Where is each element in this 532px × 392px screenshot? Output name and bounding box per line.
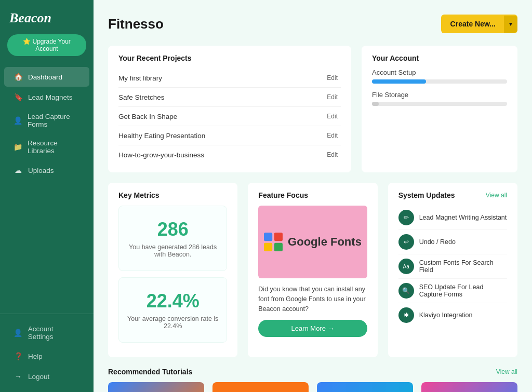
update-label: SEO Update For Lead Capture Forms [419,283,507,298]
update-icon-undo: ↩ [398,234,414,250]
svg-rect-0 [264,233,272,241]
project-name: Healthy Eating Presentation [118,132,205,140]
file-storage-progress-bg [372,102,507,106]
update-label: Undo / Redo [419,238,456,246]
metric-leads-value: 286 [127,219,218,240]
recent-projects-section: Your Recent Projects My first library Ed… [108,46,351,172]
edit-button[interactable]: Edit [324,131,341,140]
edit-button[interactable]: Edit [324,150,341,159]
sidebar-item-label: Uploads [28,167,54,174]
sidebar-item-lead-capture-forms[interactable]: 👤 Lead Capture Forms [4,107,89,133]
list-item: ↩ Undo / Redo [398,230,507,254]
sidebar-item-resource-libraries[interactable]: 📁 Resource Libraries [4,134,89,160]
list-item: 🔍 SEO Update For Lead Capture Forms [398,279,507,303]
account-setup-progress-fill [372,79,426,84]
learn-more-button[interactable]: Learn More → [258,320,367,337]
account-setup-progress-bg [372,79,507,84]
metric-leads-desc: You have generated 286 leads with Beacon… [127,244,218,258]
sidebar-item-account-settings[interactable]: 👤 Account Settings [4,320,89,346]
svg-rect-1 [274,233,283,241]
dashboard-icon: 🏠 [14,72,23,82]
sidebar-item-dashboard[interactable]: 🏠 Dashboard [4,67,89,87]
your-account-section: Your Account Account Setup File Storage [362,46,517,172]
upgrade-button[interactable]: ⭐ Upgrade Your Account [7,34,86,56]
update-icon-writing: ✏ [398,210,414,225]
sidebar: Beacon ⭐ Upgrade Your Account 🏠 Dashboar… [0,0,94,392]
sidebar-item-label: Account Settings [28,325,80,341]
sidebar-item-label: Lead Magnets [28,93,73,101]
project-name: Safe Stretches [118,93,165,101]
tutorials-grid: How To Make A Checklist LEAD MAGNET How … [108,382,517,392]
account-setup-label: Account Setup [372,69,507,76]
table-row: Get Back In Shape Edit [118,107,341,126]
uploads-icon: ☁ [14,166,23,175]
tutorials-section: Recommended Tutorials View all How To Ma… [108,368,517,392]
project-name: Get Back In Shape [118,113,177,120]
main-header: Fitnesso Create New... ▾ [108,15,517,33]
edit-button[interactable]: Edit [324,73,341,83]
metric-card-conversion: 22.4% Your average conversion rate is 22… [118,277,227,343]
sidebar-bottom: 👤 Account Settings ❓ Help → Logout [0,314,94,392]
tutorials-title: Recommended Tutorials [108,368,192,376]
update-icon-seo: 🔍 [398,283,414,299]
update-icon-klaviyo: ✱ [398,307,414,323]
update-label: Custom Fonts For Search Field [419,259,507,274]
metric-conversion-desc: Your average conversion rate is 22.4% [127,315,218,330]
lead-magnets-icon: 🔖 [14,92,23,102]
feature-focus-section: Feature Focus Google Fonts Did you know … [248,183,377,357]
sidebar-item-lead-magnets[interactable]: 🔖 Lead Magnets [4,87,89,107]
account-settings-icon: 👤 [14,328,23,337]
table-row: How-to-grow-your-business Edit [118,145,341,164]
file-storage-label: File Storage [372,91,507,99]
page-title: Fitnesso [108,16,164,32]
update-icon-fonts: Aa [398,259,414,274]
list-item: ✏ Lead Magnet Writing Assistant [398,206,507,230]
svg-rect-2 [264,243,272,251]
list-item[interactable]: HOW TO MAKE A RESOURCE LIBRARY WITHOUT W… [421,382,517,392]
sidebar-item-label: Logout [28,373,49,381]
resource-libraries-icon: 📁 [14,142,22,152]
create-new-button[interactable]: Create New... ▾ [441,15,517,33]
sidebar-nav: 🏠 Dashboard 🔖 Lead Magnets 👤 Lead Captur… [0,66,94,181]
system-updates-title: System Updates [398,191,455,199]
recent-projects-title: Your Recent Projects [118,54,341,62]
top-section: Your Recent Projects My first library Ed… [108,46,517,172]
edit-button[interactable]: Edit [324,92,341,102]
sidebar-item-label: Resource Libraries [28,139,80,155]
system-updates-section: System Updates View all ✏ Lead Magnet Wr… [388,183,517,357]
sidebar-item-help[interactable]: ❓ Help [4,346,89,366]
update-label: Klaviyo Integration [419,312,473,319]
table-row: Healthy Eating Presentation Edit [118,126,341,145]
logout-icon: → [14,372,23,381]
tutorials-header: Recommended Tutorials View all [108,368,517,376]
update-list: ✏ Lead Magnet Writing Assistant ↩ Undo /… [398,206,507,327]
edit-button[interactable]: Edit [324,112,341,121]
sidebar-item-label: Help [28,353,43,360]
list-item[interactable]: How To Make A Video Lookbook LEAD MAGNET [317,382,413,392]
list-item[interactable]: How To Make A Checklist LEAD MAGNET [108,382,204,392]
feature-focus-image: Google Fonts [258,206,367,278]
tutorials-view-all[interactable]: View all [496,368,517,375]
google-fonts-logo-icon [264,233,283,251]
svg-rect-3 [274,243,283,251]
list-item[interactable]: How To Make A Workbook LEAD MAGNET [212,382,309,392]
sidebar-item-label: Lead Capture Forms [28,113,80,128]
feature-focus-title: Feature Focus [258,191,367,199]
sidebar-item-label: Dashboard [28,73,62,81]
project-list: My first library Edit Safe Stretches Edi… [118,69,341,164]
list-item: Aa Custom Fonts For Search Field [398,254,507,279]
list-item: ✱ Klaviyo Integration [398,303,507,327]
logo: Beacon [0,0,94,34]
sidebar-item-logout[interactable]: → Logout [4,367,89,386]
table-row: Safe Stretches Edit [118,88,341,107]
metric-card-leads: 286 You have generated 286 leads with Be… [118,206,227,271]
feature-focus-description: Did you know that you can install any fo… [258,285,367,314]
key-metrics-section: Key Metrics 286 You have generated 286 l… [108,183,237,357]
system-updates-view-all[interactable]: View all [486,192,507,199]
sidebar-item-uploads[interactable]: ☁ Uploads [4,160,89,180]
system-updates-header: System Updates View all [398,191,507,199]
dropdown-arrow-icon[interactable]: ▾ [504,16,517,33]
your-account-title: Your Account [372,54,507,62]
update-label: Lead Magnet Writing Assistant [419,214,507,221]
key-metrics-title: Key Metrics [118,191,227,199]
